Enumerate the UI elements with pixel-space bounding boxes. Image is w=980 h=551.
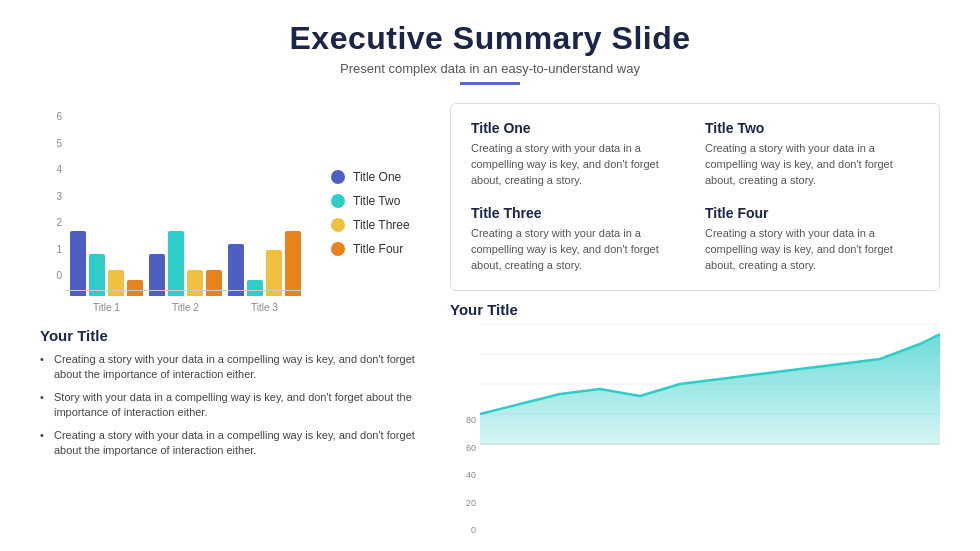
x-label-2: Title 2 [172,302,199,313]
bars-1 [70,136,143,296]
legend-item-4: Title Four [331,242,410,256]
svg-marker-5 [480,334,940,444]
x-label-3: Title 3 [251,302,278,313]
info-card-1-body: Creating a story with your data in a com… [471,141,685,189]
slide: Executive Summary Slide Present complex … [0,0,980,551]
line-y-40: 40 [454,470,476,480]
header: Executive Summary Slide Present complex … [40,20,940,85]
bar-2-orange [206,270,222,296]
bar-3-teal [247,280,263,296]
bar-3-orange [285,231,301,296]
y-label-0: 0 [44,270,62,281]
right-column: Title One Creating a story with your dat… [450,103,940,535]
slide-subtitle: Present complex data in an easy-to-under… [40,61,940,76]
y-label-4: 4 [44,164,62,175]
legend-dot-yellow [331,218,345,232]
bar-chart-section: 0 1 2 3 4 5 6 [40,103,436,313]
line-chart-svg [480,324,940,449]
legend-dot-blue [331,170,345,184]
chart-baseline [66,290,301,291]
chart-legend: Title One Title Two Title Three Title Fo… [311,103,410,313]
y-label-2: 2 [44,217,62,228]
bar-3-blue [228,244,244,296]
bars-3 [228,136,301,296]
info-cards-box: Title One Creating a story with your dat… [450,103,940,291]
legend-dot-teal [331,194,345,208]
legend-label-3: Title Three [353,218,410,232]
bar-group-1: Title 1 [70,136,143,313]
info-card-1: Title One Creating a story with your dat… [471,120,685,189]
info-card-2: Title Two Creating a story with your dat… [705,120,919,189]
legend-item-3: Title Three [331,218,410,232]
info-card-3-title: Title Three [471,205,685,221]
y-axis: 0 1 2 3 4 5 6 [44,111,62,281]
info-card-2-title: Title Two [705,120,919,136]
bar-2-teal [168,231,184,296]
bar-1-orange [127,280,143,296]
info-card-4-title: Title Four [705,205,919,221]
bar-2-yellow [187,270,203,296]
header-divider [460,82,520,85]
bullet-section: Your Title Creating a story with your da… [40,323,436,462]
line-chart-title: Your Title [450,301,940,318]
bullet-list: Creating a story with your data in a com… [40,352,436,458]
bullet-item-1: Creating a story with your data in a com… [40,352,436,383]
line-chart-area: 0 20 40 60 80 [450,324,940,535]
line-y-0: 0 [454,525,476,535]
legend-label-2: Title Two [353,194,400,208]
y-label-1: 1 [44,244,62,255]
line-y-20: 20 [454,498,476,508]
y-label-3: 3 [44,191,62,202]
info-card-4-body: Creating a story with your data in a com… [705,226,919,274]
line-y-60: 60 [454,443,476,453]
info-card-4: Title Four Creating a story with your da… [705,205,919,274]
info-card-2-body: Creating a story with your data in a com… [705,141,919,189]
line-chart-section: Your Title 0 20 40 60 80 [450,301,940,535]
legend-dot-orange [331,242,345,256]
info-card-1-title: Title One [471,120,685,136]
y-label-5: 5 [44,138,62,149]
info-card-3-body: Creating a story with your data in a com… [471,226,685,274]
legend-label-4: Title Four [353,242,403,256]
x-label-1: Title 1 [93,302,120,313]
y-label-6: 6 [44,111,62,122]
line-chart-y-axis: 0 20 40 60 80 [450,415,480,535]
bars-2 [149,136,222,296]
bar-group-3: Title 3 [228,136,301,313]
bar-1-yellow [108,270,124,296]
slide-title: Executive Summary Slide [40,20,940,57]
bar-group-2: Title 2 [149,136,222,313]
line-y-80: 80 [454,415,476,425]
legend-item-2: Title Two [331,194,410,208]
bar-1-blue [70,231,86,296]
legend-label-1: Title One [353,170,401,184]
legend-item-1: Title One [331,170,410,184]
bullet-item-2: Story with your data in a compelling way… [40,390,436,421]
info-card-3: Title Three Creating a story with your d… [471,205,685,274]
main-content: 0 1 2 3 4 5 6 [40,103,940,535]
bullet-item-3: Creating a story with your data in a com… [40,428,436,459]
left-column: 0 1 2 3 4 5 6 [40,103,436,535]
bullet-section-title: Your Title [40,327,436,344]
bar-chart-area: 0 1 2 3 4 5 6 [40,103,311,313]
